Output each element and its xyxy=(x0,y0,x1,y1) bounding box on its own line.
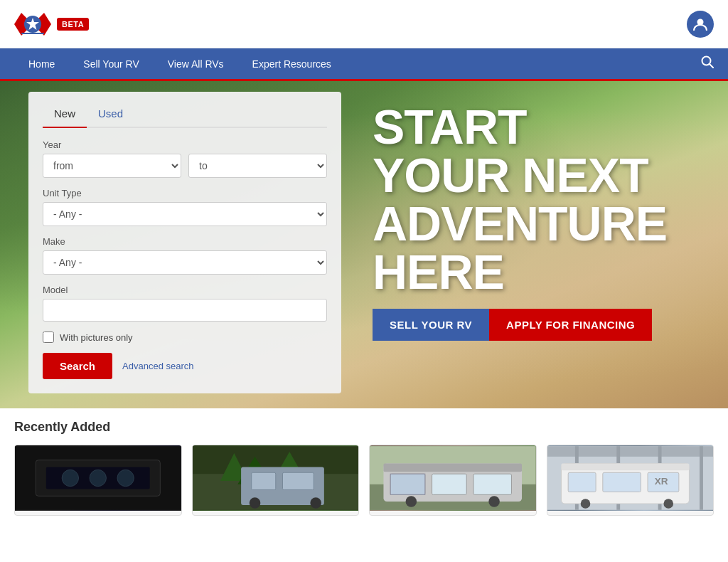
search-actions: Search Advanced search xyxy=(43,353,327,379)
pictures-only-checkbox[interactable] xyxy=(43,332,54,343)
recently-added-title: Recently Added xyxy=(14,420,714,435)
search-button[interactable]: Search xyxy=(43,353,112,379)
site-header: BETA xyxy=(0,0,728,48)
listing-card-2[interactable] xyxy=(192,445,360,516)
sell-rv-cta-button[interactable]: SELL YOUR RV xyxy=(373,309,489,341)
make-group: Make - Any - Airstream Coachmen Forest R… xyxy=(43,236,327,275)
svg-rect-21 xyxy=(282,472,314,489)
model-label: Model xyxy=(43,285,327,295)
pictures-only-row: With pictures only xyxy=(43,332,327,343)
svg-point-12 xyxy=(90,470,106,486)
year-row: from 201020112012 201320142015 201620172… xyxy=(43,154,327,178)
svg-rect-30 xyxy=(432,474,467,494)
logo-icon xyxy=(14,9,51,40)
svg-point-46 xyxy=(580,499,590,509)
pictures-only-label[interactable]: With pictures only xyxy=(60,332,133,343)
card-image-3 xyxy=(370,445,536,511)
svg-rect-20 xyxy=(251,472,275,489)
unit-type-label: Unit Type xyxy=(43,188,327,198)
beta-badge: BETA xyxy=(57,18,89,31)
svg-point-23 xyxy=(310,497,321,509)
nav-view-rvs[interactable]: View All RVs xyxy=(154,48,238,80)
hero-text: START YOUR NEXT ADVENTURE HERE SELL YOUR… xyxy=(373,102,707,341)
user-avatar[interactable] xyxy=(687,11,714,38)
svg-rect-43 xyxy=(568,472,596,492)
card-image-4: XR xyxy=(547,445,714,511)
svg-rect-4 xyxy=(21,33,44,34)
hero-heading: START YOUR NEXT ADVENTURE HERE xyxy=(373,102,707,296)
svg-point-32 xyxy=(406,496,417,507)
nav-expert-resources[interactable]: Expert Resources xyxy=(238,48,346,80)
search-panel: New Used Year from 201020112012 20132014… xyxy=(28,92,341,393)
make-label: Make xyxy=(43,236,327,247)
year-to-select[interactable]: to 201020112012 201320142015 20162017201… xyxy=(188,154,327,178)
nav-home[interactable]: Home xyxy=(14,48,69,80)
nav-sell-rv[interactable]: Sell Your RV xyxy=(69,48,153,80)
tab-used[interactable]: Used xyxy=(87,103,134,127)
svg-rect-31 xyxy=(473,474,512,494)
hero-cta-row: SELL YOUR RV APPLY FOR FINANCING xyxy=(373,309,707,341)
make-select[interactable]: - Any - Airstream Coachmen Forest River … xyxy=(43,250,327,275)
tab-new[interactable]: New xyxy=(43,103,87,127)
year-group: Year from 201020112012 201320142015 2016… xyxy=(43,139,327,178)
cards-row: XR xyxy=(14,445,714,516)
advanced-search-link[interactable]: Advanced search xyxy=(122,361,193,371)
svg-text:XR: XR xyxy=(654,476,668,487)
svg-rect-36 xyxy=(547,446,714,457)
svg-point-22 xyxy=(249,497,260,509)
svg-line-7 xyxy=(710,64,713,68)
svg-point-47 xyxy=(663,499,673,509)
model-input[interactable] xyxy=(43,299,327,322)
card-image-1 xyxy=(15,445,181,511)
nav-links: Home Sell Your RV View All RVs Expert Re… xyxy=(14,48,701,80)
svg-point-33 xyxy=(488,496,500,507)
apply-financing-cta-button[interactable]: APPLY FOR FINANCING xyxy=(489,309,652,341)
svg-point-11 xyxy=(62,470,78,486)
recently-added-section: Recently Added xyxy=(0,408,728,527)
svg-point-13 xyxy=(117,470,134,486)
listing-card-1[interactable] xyxy=(14,445,182,516)
year-from-select[interactable]: from 201020112012 201320142015 201620172… xyxy=(43,154,181,178)
svg-rect-44 xyxy=(602,472,641,492)
svg-rect-34 xyxy=(390,474,425,494)
listing-card-3[interactable] xyxy=(369,445,537,516)
condition-tabs: New Used xyxy=(43,103,327,128)
year-label: Year xyxy=(43,139,327,150)
unit-type-group: Unit Type - Any - Class A Class B Class … xyxy=(43,188,327,226)
nav-bar: Home Sell Your RV View All RVs Expert Re… xyxy=(0,48,728,81)
svg-rect-42 xyxy=(561,464,689,471)
card-image-2 xyxy=(193,445,359,511)
unit-type-select[interactable]: - Any - Class A Class B Class C Travel T… xyxy=(43,202,327,226)
search-icon[interactable] xyxy=(701,55,714,72)
model-group: Model xyxy=(43,285,327,322)
svg-rect-28 xyxy=(383,464,522,472)
listing-card-4[interactable]: XR xyxy=(547,445,714,516)
svg-rect-40 xyxy=(700,446,703,510)
hero-section: New Used Year from 201020112012 20132014… xyxy=(0,81,728,408)
logo-area: BETA xyxy=(14,9,89,40)
